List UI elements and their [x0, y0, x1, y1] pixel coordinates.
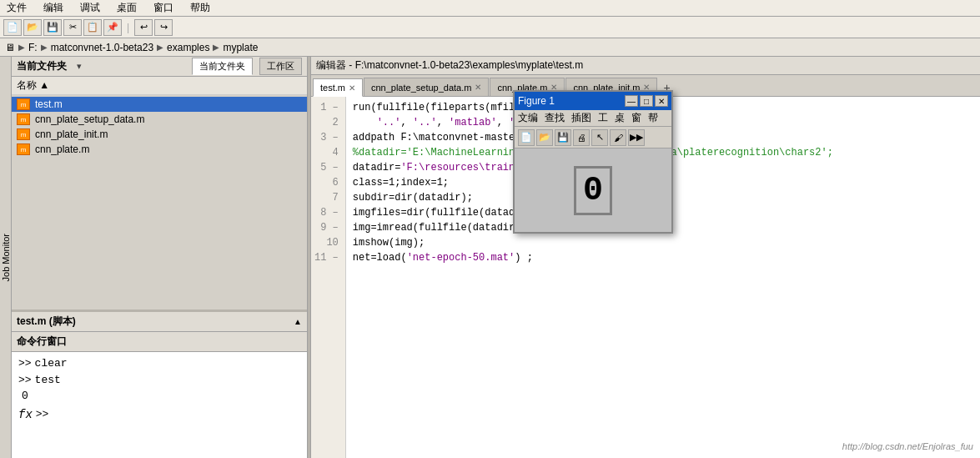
toolbar-btn-save[interactable]: 💾	[43, 19, 62, 36]
line-num-11: 11 –	[314, 250, 342, 265]
toolbar-btn-redo[interactable]: ↪	[154, 19, 173, 36]
breadcrumb-icon: 🖥	[5, 42, 15, 53]
figure-menu-gong[interactable]: 工	[598, 111, 608, 125]
breadcrumb-f[interactable]: F:	[28, 42, 38, 53]
left-cmd-section: test.m (脚本) ▲ 命令行窗口 >> clear >> test 0	[12, 312, 307, 458]
figure-minimize-btn[interactable]: —	[625, 95, 638, 107]
line-num-3: 3 –	[314, 130, 342, 145]
line-num-9: 9 –	[314, 220, 342, 235]
breadcrumb: 🖥 ▶ F: ▶ matconvnet-1.0-beta23 ▶ example…	[0, 38, 980, 57]
code-line-10: imshow(img);	[353, 235, 973, 250]
toolbar-btn-cut[interactable]: ✂	[63, 19, 82, 36]
file-list-header: 名称 ▲	[12, 77, 307, 95]
tab-close-cnn-setup[interactable]: ✕	[475, 83, 481, 92]
breadcrumb-matconvnet[interactable]: matconvnet-1.0-beta23	[51, 42, 153, 53]
menu-window[interactable]: 窗口	[150, 1, 177, 15]
figure-menu-chuang[interactable]: 窗	[631, 111, 641, 125]
fig-btn-print[interactable]: 🖨	[573, 129, 590, 146]
fig-btn-new[interactable]: 📄	[518, 129, 535, 146]
figure-titlebar: Figure 1 — □ ✕	[515, 92, 671, 110]
main-layout: Job Monitor 当前文件夹 ▾ 当前文件夹 工作区 名称 ▲ m te	[0, 57, 980, 458]
figure-char-display: 0	[574, 166, 612, 215]
menu-help[interactable]: 帮助	[187, 1, 214, 15]
menu-edit[interactable]: 编辑	[40, 1, 67, 15]
file-panel-title: 当前文件夹	[17, 59, 67, 73]
cmd-line-clear: >> clear	[18, 355, 300, 372]
editor-header: 编辑器 - F:\matconvnet-1.0-beta23\examples\…	[311, 57, 980, 75]
job-monitor-label: Job Monitor	[1, 234, 11, 281]
tab-label-cnn-setup: cnn_plate_setup_data.m	[371, 83, 471, 93]
line-num-6: 6	[314, 175, 342, 190]
toolbar-btn-open[interactable]: 📂	[23, 19, 42, 36]
line-num-7: 7	[314, 190, 342, 205]
file-item-cnn-plate[interactable]: m cnn_plate.m	[12, 142, 307, 157]
file-name-cnn-setup: cnn_plate_setup_data.m	[35, 113, 144, 125]
left-bottom-header: test.m (脚本) ▲	[12, 312, 307, 332]
file-item-cnn-init[interactable]: m cnn_plate_init.m	[12, 127, 307, 142]
fig-btn-open[interactable]: 📂	[536, 129, 553, 146]
toolbar-btn-copy[interactable]: 📋	[83, 19, 102, 36]
line-num-2: 2	[314, 115, 342, 130]
job-monitor-panel: Job Monitor	[0, 57, 12, 458]
cmd-fx-row: fx >>	[18, 406, 300, 424]
figure-content: 0	[515, 148, 671, 232]
file-icon-testm: m	[17, 98, 30, 110]
figure-close-btn[interactable]: ✕	[655, 95, 668, 107]
file-name-testm: test.m	[35, 98, 63, 110]
figure-menu-chazhaao[interactable]: 查找	[545, 111, 565, 125]
file-icon-cnn-plate: m	[17, 143, 30, 155]
tab-current-folder[interactable]: 当前文件夹	[192, 58, 253, 75]
collapse-btn[interactable]: ▲	[294, 317, 302, 326]
tab-cnn-setup[interactable]: cnn_plate_setup_data.m ✕	[364, 78, 489, 96]
top-menubar: 文件 编辑 调试 桌面 窗口 帮助	[0, 0, 980, 17]
tab-close-testm[interactable]: ✕	[349, 83, 355, 93]
fig-btn-save[interactable]: 💾	[555, 129, 571, 146]
file-name-cnn-init: cnn_plate_init.m	[35, 128, 108, 140]
figure-maximize-btn[interactable]: □	[640, 95, 653, 107]
fx-symbol: fx	[18, 406, 33, 424]
fig-btn-brush[interactable]: 🖌	[610, 129, 626, 146]
cmd-clear: clear	[35, 355, 68, 372]
cmd-header: 命令行窗口	[12, 332, 307, 352]
figure-win-buttons: — □ ✕	[625, 95, 668, 107]
toolbar-btn-paste[interactable]: 📌	[103, 19, 122, 36]
line-numbers: 1 – 2 3 – 4 5 – 6 7 8 – 9 – 10 11 –	[311, 97, 346, 458]
column-name: 名称 ▲	[17, 78, 49, 93]
figure-window: Figure 1 — □ ✕ 文编 查找 插图 工 桌 窗 帮 📄 📂 💾 🖨 …	[513, 90, 673, 234]
menu-debug[interactable]: 调试	[77, 1, 103, 15]
file-item-testm[interactable]: m test.m	[12, 97, 307, 112]
file-item-cnn-setup[interactable]: m cnn_plate_setup_data.m	[12, 112, 307, 127]
prompt-symbol-1: >>	[18, 355, 32, 372]
figure-menu-wenbian[interactable]: 文编	[518, 111, 538, 125]
figure-title: Figure 1	[518, 95, 555, 107]
file-panel-header: 当前文件夹 ▾ 当前文件夹 工作区	[12, 57, 307, 77]
figure-menubar: 文编 查找 插图 工 桌 窗 帮	[515, 110, 671, 127]
file-list: m test.m m cnn_plate_setup_data.m m cnn_…	[12, 95, 307, 310]
figure-toolbar: 📄 📂 💾 🖨 ↖ 🖌 ▶▶	[515, 127, 671, 148]
left-bottom-title: test.m (脚本)	[17, 315, 76, 329]
cmd-test: test	[35, 372, 61, 389]
fig-btn-cursor[interactable]: ↖	[591, 129, 608, 146]
figure-menu-zhuo[interactable]: 桌	[615, 111, 625, 125]
figure-menu-bang[interactable]: 帮	[648, 111, 658, 125]
toolbar-btn-new[interactable]: 📄	[3, 19, 22, 36]
fig-btn-more[interactable]: ▶▶	[628, 129, 645, 146]
menu-desktop[interactable]: 桌面	[113, 1, 140, 15]
line-num-5: 5 –	[314, 160, 342, 175]
cmd-content: >> clear >> test 0 fx >>	[12, 352, 307, 458]
toolbar: 📄 📂 💾 ✂ 📋 📌 | ↩ ↪	[0, 17, 980, 38]
breadcrumb-myplate[interactable]: myplate	[223, 42, 258, 53]
tab-testm[interactable]: test.m ✕	[313, 78, 363, 97]
line-num-8: 8 –	[314, 205, 342, 220]
editor-header-text: 编辑器 - F:\matconvnet-1.0-beta23\examples\…	[316, 58, 583, 73]
watermark: http://blog.csdn.net/Enjolras_fuu	[842, 441, 973, 451]
breadcrumb-examples[interactable]: examples	[167, 42, 209, 53]
menu-file[interactable]: 文件	[3, 1, 30, 15]
figure-menu-chatu[interactable]: 插图	[571, 111, 591, 125]
cmd-output-value: 0	[22, 390, 28, 402]
prompt-symbol-2: >>	[18, 372, 32, 389]
toolbar-btn-undo[interactable]: ↩	[134, 19, 153, 36]
tab-workspace[interactable]: 工作区	[259, 58, 302, 75]
file-section: 当前文件夹 ▾ 当前文件夹 工作区 名称 ▲ m test.m m cnn_pl…	[12, 57, 307, 310]
line-num-10: 10	[314, 235, 342, 250]
